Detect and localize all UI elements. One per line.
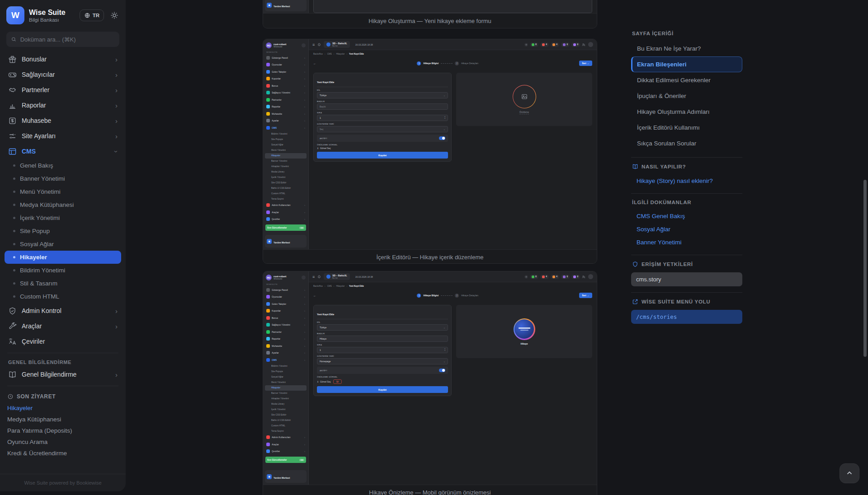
mini-upload-button: ↥Görsel Seç bbox=[317, 147, 331, 149]
help-title: Yardım Merkezi bbox=[274, 476, 290, 479]
recent-visit-link[interactable]: Para Yatırma (Deposits) bbox=[5, 425, 121, 436]
mini-user-name: root-robert bbox=[274, 43, 286, 46]
handshake-icon bbox=[8, 86, 17, 94]
mini-topbar: ≡ SD – BahisXL ₺0.50 16.03.2026 18:38 bbox=[309, 271, 597, 282]
search-input[interactable] bbox=[20, 36, 115, 43]
mini-nav-item: Gelen Talepler › bbox=[265, 68, 307, 75]
status-badge: 4 bbox=[551, 42, 559, 47]
theme-toggle-button[interactable] bbox=[108, 9, 120, 21]
toc-item[interactable]: Dikkat Edilmesi Gerekenler bbox=[631, 72, 742, 88]
gear-icon bbox=[524, 43, 528, 47]
sidebar-cms-child[interactable]: Site Popup bbox=[5, 224, 121, 238]
toc-item[interactable]: Sıkça Sorulan Sorular bbox=[631, 135, 742, 151]
recent-visit-link[interactable]: Hikayeler bbox=[5, 402, 121, 414]
status-badge: 4 bbox=[551, 275, 559, 279]
chevron-right-icon: › bbox=[304, 317, 305, 319]
figure1-caption: Hikaye Oluşturma — Yeni hikaye ekleme fo… bbox=[263, 13, 597, 28]
sidebar-item-saglayicilar[interactable]: Sağlayıcılar › bbox=[5, 67, 121, 82]
chevron-right-icon: › bbox=[115, 56, 118, 63]
search-box[interactable] bbox=[6, 32, 119, 47]
recent-visit-link[interactable]: Kredi & Ücretlendirme bbox=[5, 448, 121, 459]
sidebar-cms-child[interactable]: Stil & Tasarım bbox=[5, 277, 121, 290]
chevron-right-icon: › bbox=[115, 307, 118, 315]
toc-item[interactable]: Ekran Bileşenleri bbox=[631, 56, 742, 72]
sidebar-cms-child[interactable]: Genel Bakış bbox=[5, 159, 121, 172]
scroll-to-top-button[interactable] bbox=[840, 463, 859, 483]
mini-select-gosterim: Seç⌄ bbox=[317, 126, 448, 132]
toc-item[interactable]: İçerik Editörü Kullanımı bbox=[631, 120, 742, 135]
embedded-screenshot: RO root-robert Wisesuite WISESUITE Göste… bbox=[263, 39, 597, 249]
book-open-icon bbox=[632, 163, 638, 170]
toc-item[interactable]: İpuçları & Öneriler bbox=[631, 88, 742, 104]
site-selector-chip: SD – BahisXL ₺0.50 bbox=[324, 273, 350, 280]
recent-visit-link[interactable]: Oyuncu Arama bbox=[5, 436, 121, 448]
mini-nav-subitem: Bildirim Yönetimi bbox=[265, 131, 307, 137]
cms-layout-icon bbox=[8, 147, 17, 156]
mini-nav-item: Raporlar › bbox=[265, 103, 307, 111]
sidebar-cms-child[interactable]: Sosyal Ağlar bbox=[5, 238, 121, 251]
access-permission-value: cms.story bbox=[631, 272, 742, 286]
sidebar-item-admin-kontrol[interactable]: Admin Kontrol › bbox=[5, 303, 121, 318]
mini-upload-button: ↥Görsel Seç bbox=[317, 381, 331, 383]
external-link-icon bbox=[632, 299, 638, 305]
sidebar-item-raporlar[interactable]: Raporlar › bbox=[5, 98, 121, 113]
mini-nav-subitem: Bildirim Yönetimi bbox=[265, 364, 307, 369]
figure2-caption: İçerik Editörü — Hikaye içerik düzenleme bbox=[263, 249, 597, 264]
sidebar-item-label: Çeviriler bbox=[22, 338, 45, 345]
app-logo[interactable]: W bbox=[6, 6, 24, 24]
sidebar-cms-child[interactable]: Medya Kütüphanesi bbox=[5, 198, 121, 211]
mini-nav-subitem: Arkaplan Yönetimi bbox=[265, 164, 307, 169]
mini-nav-icon bbox=[266, 288, 270, 292]
shield-icon bbox=[632, 261, 638, 267]
mini-sidebar-sliver: ▣ Yardım Merkezi bbox=[263, 0, 309, 13]
page-scrollbar-thumb[interactable] bbox=[863, 180, 867, 357]
sidebar-item-cms[interactable]: CMS › bbox=[5, 144, 121, 159]
sidebar-item-bonuslar[interactable]: Bonuslar › bbox=[5, 51, 121, 67]
chevron-down-icon: › bbox=[113, 150, 120, 153]
story-badge-image bbox=[514, 319, 534, 339]
toc-item[interactable]: Bu Ekran Ne İşe Yarar? bbox=[631, 41, 742, 56]
accounting-icon bbox=[8, 117, 17, 125]
divider bbox=[7, 386, 118, 386]
sidebar-cms-child[interactable]: Banner Yönetimi bbox=[5, 172, 121, 185]
sidebar-cms-child[interactable]: İçerik Yönetimi bbox=[5, 211, 121, 224]
related-doc-link[interactable]: CMS Genel Bakış bbox=[631, 210, 742, 223]
figure-story-create: ▣ Yardım Merkezi Hikaye Oluşturma — Yeni… bbox=[263, 0, 597, 28]
language-button[interactable]: TR bbox=[80, 9, 104, 21]
sidebar-cms-child[interactable]: Menü Yönetimi bbox=[5, 185, 121, 198]
recent-visit-link[interactable]: Medya Kütüphanesi bbox=[5, 414, 121, 425]
mini-nav-item: Partnerler › bbox=[265, 328, 307, 336]
mini-nav-subitem: Menü Yönetimi bbox=[265, 380, 307, 385]
related-doc-link[interactable]: Banner Yönetimi bbox=[631, 236, 742, 249]
mini-input-sira: 1▴▾ bbox=[317, 347, 448, 353]
mini-nav-icon bbox=[266, 302, 270, 306]
users-icon bbox=[582, 43, 585, 47]
mini-datetime: 16.03.2026 18:38 bbox=[355, 276, 373, 278]
menu-path-value[interactable]: /cms/stories bbox=[631, 310, 742, 324]
mini-user: RO root-robert Wisesuite bbox=[265, 41, 307, 50]
chevron-right-icon: › bbox=[115, 322, 118, 330]
sidebar: W Wise Suite Bilgi Bankası TR Bonuslar › bbox=[0, 0, 126, 491]
related-doc-link[interactable]: Sosyal Ağlar bbox=[631, 223, 742, 236]
toc-item[interactable]: Hikaye Oluşturma Adımları bbox=[631, 104, 742, 120]
mini-nav-subitem: Media Library bbox=[265, 402, 307, 407]
menu-path-header: WİSE SUİTE MENÜ YOLU bbox=[632, 299, 742, 305]
sidebar-item-ceviriler[interactable]: Çeviriler bbox=[5, 334, 121, 349]
help-title: Yardım Merkezi bbox=[274, 241, 290, 244]
hamburger-icon: ≡ bbox=[312, 42, 315, 47]
sidebar-item-genel-bilgilendirme[interactable]: Genel Bilgilendirme › bbox=[5, 367, 121, 382]
sidebar-cms-child[interactable]: Bildirim Yönetimi bbox=[5, 264, 121, 277]
mini-nav-item: Oyuncular › bbox=[265, 61, 307, 69]
form-bottom-sliver bbox=[309, 0, 597, 13]
sidebar-cms-child[interactable]: Custom HTML bbox=[5, 290, 121, 303]
sidebar-item-muhasebe[interactable]: Muhasebe › bbox=[5, 113, 121, 128]
mini-avatar: RO bbox=[266, 42, 272, 48]
sidebar-cms-child-label: Hikayeler bbox=[20, 254, 47, 261]
sidebar-item-araclar[interactable]: Araçlar › bbox=[5, 318, 121, 334]
mini-stepper: 1 Hikaye Bilgisi 2 Hikaye Detayları bbox=[417, 61, 478, 65]
sidebar-cms-child[interactable]: Hikayeler bbox=[5, 251, 121, 264]
sidebar-item-partnerler[interactable]: Partnerler › bbox=[5, 82, 121, 98]
howto-link[interactable]: Hikaye (Story) nasıl eklenir? bbox=[631, 174, 742, 187]
sidebar-item-label: CMS bbox=[22, 148, 36, 155]
sidebar-item-site-ayarlari[interactable]: Site Ayarları › bbox=[5, 128, 121, 144]
